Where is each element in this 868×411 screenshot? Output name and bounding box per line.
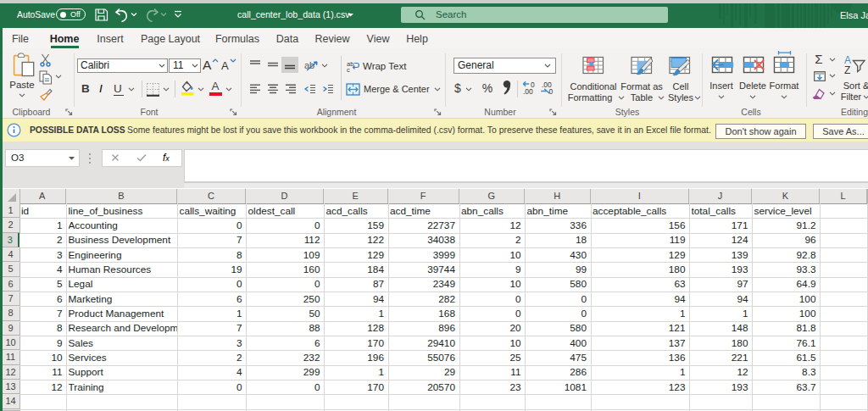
svg-text:0: 0 <box>549 87 554 95</box>
svg-text:.00: .00 <box>523 87 533 95</box>
svg-text:c: c <box>347 66 350 72</box>
svg-text:Z: Z <box>844 64 850 75</box>
